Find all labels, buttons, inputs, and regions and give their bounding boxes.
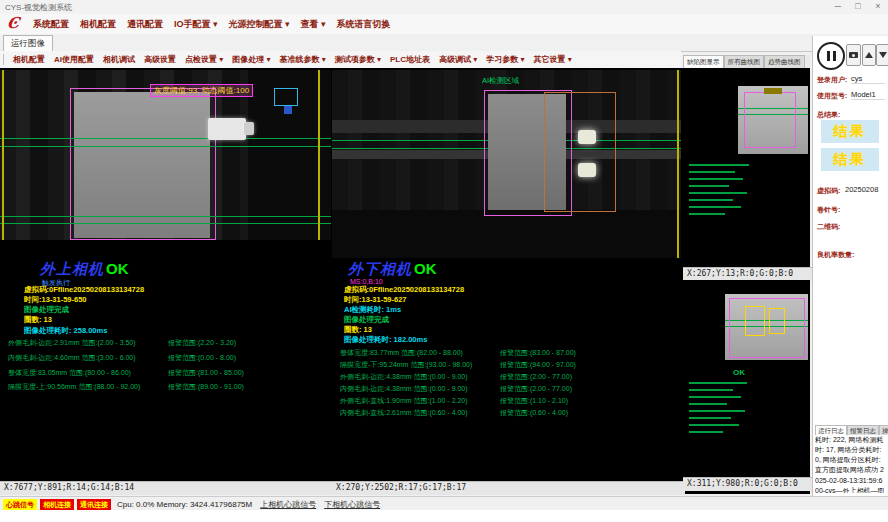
menu-light-config[interactable]: 光源控制配置 ▾ (229, 18, 290, 31)
measurement-text: 外侧毛刺-边距:4.38mm 范围:(0.00 - 9.00) (340, 373, 468, 380)
glint-highlight (578, 130, 596, 144)
tool-camera-debug[interactable]: 相机调试 (103, 54, 135, 65)
pause-icon (827, 51, 830, 61)
menu-comm-config[interactable]: 通讯配置 (127, 18, 163, 31)
measurement-row: 隔膜宽度-上:90.56mm 范围:(88.00 - 92.00) 报警范围:(… (8, 382, 327, 392)
log-line (689, 199, 733, 201)
minimize-icon[interactable]: ─ (832, 1, 844, 11)
tool-bar: 相机配置 AI使用配置 相机调试 高级设置 点检设置 ▾ 图像处理 ▾ 基准线参… (0, 51, 681, 69)
alarm-range: 报警范围:(81.00 - 85.00) (168, 368, 244, 378)
lower-camera-heartbeat-link[interactable]: 下相机心跳信号 (324, 499, 380, 510)
menu-io-config[interactable]: IO手配置 ▾ (174, 18, 218, 31)
log-line (689, 431, 723, 433)
process-done-text: 图像处理完成 (344, 315, 389, 325)
camera-connection-badge: 相机连接 (40, 499, 74, 510)
measurement-text: 外侧毛刺-边距:2.91mm 范围:(2.00 - 3.50) (8, 339, 136, 346)
tab-run-log[interactable]: 运行日志 (815, 425, 847, 435)
page-up-button[interactable] (862, 44, 876, 66)
camera-name: 外上相机 (40, 260, 104, 277)
pause-button[interactable] (817, 42, 845, 70)
elapsed-text: 图像处理耗时: 182.00ms (344, 335, 427, 345)
thumb-ok-label: OK (733, 368, 745, 377)
blue-marker (284, 106, 292, 114)
ai-time-text: AI检测耗时: 1ms (344, 305, 401, 315)
tool-ai-config[interactable]: AI使用配置 (54, 54, 94, 65)
log-line (689, 389, 733, 391)
measurement-text: 内侧毛刺-直线:2.61mm 范围:(0.60 - 4.00) (340, 409, 468, 416)
alarm-range: 报警范围:(0.60 - 4.00) (500, 408, 568, 418)
tool-learning-params[interactable]: 学习参数 ▾ (486, 54, 524, 65)
tool-advanced-debug[interactable]: 高级调试 ▾ (439, 54, 477, 65)
window-title: CYS-视觉检测系统 (5, 2, 72, 13)
tool-advanced-settings[interactable]: 高级设置 (144, 54, 176, 65)
camera-title: 外上相机OK (40, 260, 129, 279)
left-camera-panel: 灰度阈值:93, 动态阈值:100 外上相机OK 触发执行 虚拟码:0Fflin… (0, 68, 331, 481)
roi-outline (744, 92, 796, 148)
tool-camera-config[interactable]: 相机配置 (13, 54, 45, 65)
needle-number-label: 卷针号: (817, 205, 840, 215)
log-line (689, 206, 741, 208)
log-text[interactable]: 耗时: 222, 网络检测耗时: 17, 网络分类耗时: 0, 网络提取分区耗时… (815, 435, 885, 493)
ai-roi-outline (544, 92, 616, 212)
yellow-marker (764, 88, 782, 94)
tool-image-process[interactable]: 图像处理 ▾ (232, 54, 270, 65)
green-line (0, 223, 331, 224)
page-down-button[interactable] (876, 44, 888, 66)
log-line (689, 185, 729, 187)
roi-small-outline (274, 88, 298, 106)
tool-spot-check[interactable]: 点检设置 ▾ (185, 54, 223, 65)
log-line (689, 417, 731, 419)
log-line (689, 192, 747, 194)
log-line (689, 424, 739, 426)
measurement-text: 内侧毛刺-边距:4.60mm 范围:(3.00 - 6.00) (8, 354, 136, 361)
snapshot-button[interactable] (846, 44, 861, 66)
measurement-row: 内侧毛刺-边距:4.38mm 范围:(0.00 - 9.00) 报警范围:(2.… (340, 384, 677, 394)
tab-defect-image[interactable]: 缺陷图显示 (683, 55, 724, 68)
measurement-row: 内侧毛刺-直线:2.61mm 范围:(0.60 - 4.00) 报警范围:(0.… (340, 408, 677, 418)
log-line (689, 410, 745, 412)
upper-camera-heartbeat-link[interactable]: 上相机心跳信号 (260, 499, 316, 510)
menu-view[interactable]: 查看 ▾ (301, 18, 326, 31)
maximize-icon[interactable]: □ (852, 1, 864, 11)
qr-code-label: 二维码: (817, 222, 840, 232)
log-line (689, 213, 725, 215)
alarm-range: 报警范围:(2.00 - 77.00) (500, 372, 572, 382)
mid-camera-view[interactable]: AI检测区域 (332, 70, 681, 258)
measurement-text: 内侧毛刺-边距:4.38mm 范围:(0.00 - 9.00) (340, 385, 468, 392)
menu-language-switch[interactable]: 系统语言切换 (337, 18, 391, 31)
thumbnail-tab-row: 缺陷图显示 所有曲线图 趋势曲线图 (683, 55, 810, 68)
thumb-panel-2[interactable]: OK (683, 280, 810, 477)
alarm-range: 报警范围:(83.00 - 87.00) (500, 348, 576, 358)
menu-bar: Ͼ 系统配置 相机配置 通讯配置 IO手配置 ▾ 光源控制配置 ▾ 查看 ▾ 系… (0, 14, 888, 35)
tab-alarm-log[interactable]: 报警日志 (847, 425, 879, 435)
tool-plc-table[interactable]: PLC地址表 (390, 54, 430, 65)
tab-operation-log[interactable]: 操作日志 (879, 425, 888, 435)
tab-run-image[interactable]: 运行图像 (3, 35, 53, 52)
menu-camera-config[interactable]: 相机配置 (80, 18, 116, 31)
alarm-range: 报警范围:(89.00 - 91.00) (168, 382, 244, 392)
menu-system-config[interactable]: 系统配置 (33, 18, 69, 31)
tool-baseline-params[interactable]: 基准线参数 ▾ (280, 54, 326, 65)
result-badge-2: 结果 (821, 148, 879, 171)
camera-title: 外下相机OK (348, 260, 437, 279)
login-user-label: 登录用户: (817, 75, 847, 85)
alarm-range: 报警范围:(2.20 - 3.20) (168, 338, 236, 348)
tool-test-params[interactable]: 测试项参数 ▾ (335, 54, 381, 65)
tab-connector (208, 118, 246, 140)
measurement-text: 隔膜宽度-下:95.24mm 范围:(93.00 - 98.00) (340, 361, 472, 368)
log-tab-row: 运行日志 报警日志 操作日志 (815, 425, 888, 435)
tool-other-settings[interactable]: 其它设置 ▾ (534, 54, 572, 65)
toolbar-separator (3, 54, 4, 65)
arrow-up-icon (865, 52, 873, 58)
cpu-memory-text: Cpu: 0.0% Memory: 3424.41796875M (117, 500, 252, 509)
tab-all-curves[interactable]: 所有曲线图 (724, 55, 765, 68)
ai-region-label: AI检测区域 (482, 76, 519, 86)
right-sidebar: 登录用户: cys 使用型号: Model1 总结果: 结果 结果 虚拟码: 2… (812, 36, 888, 496)
left-camera-view[interactable]: 灰度阈值:93, 动态阈值:100 (0, 70, 331, 240)
alarm-range: 报警范围:(1.10 - 2.10) (500, 396, 568, 406)
bottom-margin (0, 510, 888, 522)
close-icon[interactable]: × (872, 1, 884, 11)
tab-trend-curves[interactable]: 趋势曲线图 (764, 55, 805, 68)
thumb-panel-1[interactable] (683, 68, 810, 267)
measurement-text: 整体宽度:83.77mm 范围:(82.00 - 88.00) (340, 349, 463, 356)
